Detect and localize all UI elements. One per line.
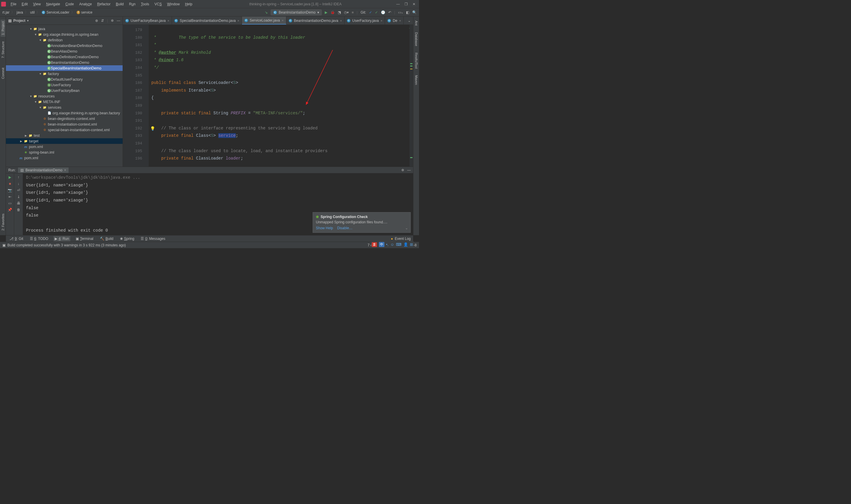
- tree-row[interactable]: ▼📁definition: [6, 37, 123, 43]
- close-button[interactable]: ✕: [413, 2, 415, 6]
- print-icon[interactable]: 🖶: [17, 201, 20, 205]
- rerun-button[interactable]: ▶: [8, 175, 11, 179]
- tree-row[interactable]: CAnnotationBeanDefinitionDemo: [6, 43, 123, 49]
- menu-tools[interactable]: Tools: [139, 1, 151, 7]
- tool-favorites[interactable]: 2: Favorites: [1, 212, 5, 232]
- event-log-button[interactable]: Event Log: [395, 237, 411, 241]
- tree-row[interactable]: ▼📁services: [6, 105, 123, 110]
- ime-s-icon[interactable]: S: [372, 242, 377, 247]
- pin-button[interactable]: 📌: [8, 208, 12, 212]
- ime-grid-icon[interactable]: ⊞: [410, 242, 413, 247]
- maximize-button[interactable]: ❐: [404, 2, 408, 6]
- toolwin-button[interactable]: ▶4: Run: [53, 236, 70, 241]
- tabs-dropdown[interactable]: ⌄: [405, 17, 413, 24]
- layout-button[interactable]: ▭: [8, 201, 12, 205]
- tree-row[interactable]: CBeanAliasDemo: [6, 49, 123, 54]
- expand-icon[interactable]: ⇵: [101, 19, 104, 23]
- ime-emoji-icon[interactable]: ☺: [390, 242, 394, 247]
- tool-commit[interactable]: Commit: [1, 66, 5, 80]
- tree-row[interactable]: ▼📁factory: [6, 71, 123, 76]
- editor-tab[interactable]: CBeanInstantiationDemo.java×: [286, 17, 345, 24]
- toolwin-button[interactable]: 🔨Build: [99, 236, 115, 241]
- menu-file[interactable]: File: [8, 1, 19, 7]
- crumb[interactable]: java: [17, 10, 23, 15]
- close-icon[interactable]: ×: [340, 19, 342, 22]
- dump-button[interactable]: 📷: [8, 188, 12, 192]
- target-icon[interactable]: ⊕: [95, 19, 98, 23]
- run-tab[interactable]: ▤ BeanInstantiationDemo ×: [18, 167, 69, 173]
- search-icon[interactable]: 🔍: [412, 10, 417, 15]
- git-history-icon[interactable]: 🕘: [381, 10, 385, 15]
- close-icon[interactable]: ×: [64, 168, 66, 172]
- run-button[interactable]: ▶: [325, 10, 327, 15]
- tree-row[interactable]: CBeanInstantiationDemo: [6, 60, 123, 65]
- lightbulb-icon[interactable]: 💡: [150, 126, 155, 131]
- warn-badge-icon[interactable]: ●: [391, 237, 393, 241]
- tree-row[interactable]: ▼📁META-INF: [6, 99, 123, 105]
- stop-button[interactable]: ■: [351, 10, 354, 15]
- hide-icon[interactable]: —: [117, 19, 120, 23]
- chevron-down-icon[interactable]: ⌄: [405, 226, 408, 230]
- down-icon[interactable]: ↓: [18, 182, 19, 186]
- stop-button[interactable]: ■: [9, 182, 11, 186]
- debug-button[interactable]: 🐞: [330, 10, 335, 15]
- minimize-button[interactable]: —: [396, 2, 400, 6]
- menu-build[interactable]: Build: [113, 1, 126, 7]
- profile-button[interactable]: ◷▾: [344, 10, 349, 15]
- dropdown-icon[interactable]: ▾: [27, 19, 29, 22]
- toggle-toolwins-icon[interactable]: ▣: [2, 243, 6, 247]
- menu-help[interactable]: Help: [183, 1, 195, 7]
- tool-restfultool[interactable]: RestfulTool: [414, 51, 419, 70]
- editor-tab[interactable]: CDe×: [385, 17, 404, 24]
- hide-icon[interactable]: —: [407, 168, 411, 172]
- tree-row[interactable]: mpom.xml: [6, 144, 123, 149]
- tree-row[interactable]: ⚙special-bean-instantiation-context.xml: [6, 127, 123, 133]
- editor-tab[interactable]: CServiceLoader.java×: [242, 17, 286, 24]
- menu-code[interactable]: Code: [63, 1, 76, 7]
- toolwin-button[interactable]: ⎇9: Git: [8, 236, 24, 241]
- close-icon[interactable]: ×: [399, 19, 401, 22]
- toolwin-button[interactable]: ☰6: TODO: [29, 236, 50, 241]
- menu-view[interactable]: View: [31, 1, 43, 7]
- tree-row[interactable]: CDefaultUserFactory: [6, 76, 123, 82]
- scroll-icon[interactable]: ⤓: [17, 195, 20, 199]
- toolwin-button[interactable]: ☰0: Messages: [140, 236, 166, 241]
- gear-icon[interactable]: ✲: [401, 168, 404, 172]
- tree-row[interactable]: CUserFactoryBean: [6, 88, 123, 93]
- tree-row[interactable]: 📄org.xiaoge.thinking.in.spring.bean.fact…: [6, 110, 123, 116]
- tree-row[interactable]: CSpecialBeanInstantiationDemo: [6, 65, 123, 71]
- menu-window[interactable]: Window: [165, 1, 182, 7]
- tree-row[interactable]: CBeanDefinitionCreationDemo: [6, 54, 123, 60]
- back-build-icon[interactable]: ↘: [265, 10, 268, 15]
- tree-row[interactable]: ❀spring-bean.iml: [6, 149, 123, 155]
- clear-icon[interactable]: 🗑: [17, 208, 20, 212]
- close-icon[interactable]: ×: [381, 19, 382, 22]
- coverage-button[interactable]: ⬔: [338, 10, 341, 15]
- toolwin-button[interactable]: ❀Spring: [119, 236, 135, 241]
- tree-row[interactable]: IUserFactory: [6, 82, 123, 88]
- git-update-icon[interactable]: ✓: [369, 10, 372, 15]
- tool-structure[interactable]: 7: Structure: [1, 40, 5, 60]
- crumb[interactable]: util: [30, 10, 35, 15]
- split-icon[interactable]: ◧: [406, 10, 409, 15]
- menu-analyze[interactable]: Analyze: [77, 1, 94, 7]
- ime-cn-icon[interactable]: 中: [379, 242, 384, 247]
- menu-refactor[interactable]: Refactor: [95, 1, 113, 7]
- ime-kbd-icon[interactable]: ⌨: [396, 242, 402, 247]
- ide-button[interactable]: ▭₊: [398, 10, 403, 15]
- close-icon[interactable]: ×: [282, 19, 283, 22]
- notif-disable-link[interactable]: Disable…: [337, 226, 352, 230]
- close-icon[interactable]: ×: [238, 19, 239, 22]
- crumb[interactable]: service: [81, 10, 92, 15]
- tree-row[interactable]: ⚙bean-instantiation-context.xml: [6, 122, 123, 127]
- notif-help-link[interactable]: Show Help: [316, 226, 333, 230]
- tool-database[interactable]: Database: [414, 31, 419, 48]
- ime-punct-icon[interactable]: •,: [386, 242, 388, 247]
- editor-tab[interactable]: CUserFactory.java×: [345, 17, 385, 24]
- ime-person-icon[interactable]: 👤: [403, 242, 408, 247]
- up-icon[interactable]: ↑: [18, 175, 19, 179]
- tool-project[interactable]: 1: Project: [1, 19, 5, 37]
- tree-row[interactable]: ▼📁java: [6, 26, 123, 32]
- menu-run[interactable]: Run: [127, 1, 138, 7]
- editor-tab[interactable]: CSpecialBeanInstantiationDemo.java×: [172, 17, 242, 24]
